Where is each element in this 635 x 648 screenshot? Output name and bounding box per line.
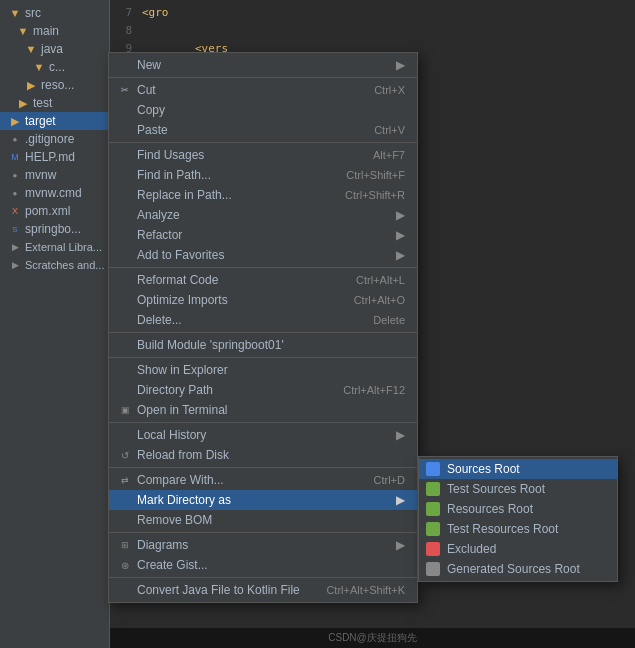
submenu-label: Generated Sources Root xyxy=(447,562,580,576)
tree-mvnw-cmd[interactable]: ● mvnw.cmd xyxy=(0,184,109,202)
menu-add-to-favorites[interactable]: Add to Favorites ▶ xyxy=(109,245,417,265)
submenu-generated-sources[interactable]: Generated Sources Root xyxy=(419,559,617,579)
separator xyxy=(109,577,417,578)
tree-src[interactable]: ▼ src xyxy=(0,4,109,22)
tree-target[interactable]: ▶ target xyxy=(0,112,109,130)
folder-icon: ▶ xyxy=(24,78,38,92)
separator xyxy=(109,142,417,143)
separator xyxy=(109,532,417,533)
menu-create-gist[interactable]: ⊛ Create Gist... xyxy=(109,555,417,575)
tree-label: Scratches and... xyxy=(25,259,105,271)
menu-open-terminal[interactable]: ▣ Open in Terminal xyxy=(109,400,417,420)
tree-label: pom.xml xyxy=(25,204,70,218)
tree-gitignore[interactable]: ● .gitignore xyxy=(0,130,109,148)
menu-compare-with[interactable]: ⇄ Compare With... Ctrl+D xyxy=(109,470,417,490)
xml-icon: X xyxy=(8,204,22,218)
menu-reload-from-disk[interactable]: ↺ Reload from Disk xyxy=(109,445,417,465)
sources-root-icon xyxy=(425,462,441,476)
tree-label: .gitignore xyxy=(25,132,74,146)
diagrams-icon: ⊞ xyxy=(117,537,133,553)
submenu-excluded[interactable]: Excluded xyxy=(419,539,617,559)
folder-icon: ▼ xyxy=(8,6,22,20)
menu-diagrams[interactable]: ⊞ Diagrams ▶ xyxy=(109,535,417,555)
submenu-label: Excluded xyxy=(447,542,496,556)
submenu-label: Sources Root xyxy=(447,462,520,476)
menu-reformat[interactable]: Reformat Code Ctrl+Alt+L xyxy=(109,270,417,290)
file-icon: ● xyxy=(8,132,22,146)
menu-delete[interactable]: Delete... Delete xyxy=(109,310,417,330)
folder-icon: ▶ xyxy=(8,240,22,254)
tree-resources[interactable]: ▶ reso... xyxy=(0,76,109,94)
submenu-label: Test Resources Root xyxy=(447,522,558,536)
tree-external-libs[interactable]: ▶ External Libra... xyxy=(0,238,109,256)
tree-springboot[interactable]: S springbo... xyxy=(0,220,109,238)
menu-directory-path[interactable]: Directory Path Ctrl+Alt+F12 xyxy=(109,380,417,400)
menu-optimize-imports[interactable]: Optimize Imports Ctrl+Alt+O xyxy=(109,290,417,310)
tree-mvnw[interactable]: ● mvnw xyxy=(0,166,109,184)
tree-label: main xyxy=(33,24,59,38)
file-icon: ● xyxy=(8,186,22,200)
submenu-test-sources-root[interactable]: Test Sources Root xyxy=(419,479,617,499)
tree-label: HELP.md xyxy=(25,150,75,164)
file-icon: M xyxy=(8,150,22,164)
separator xyxy=(109,467,417,468)
terminal-icon: ▣ xyxy=(117,402,133,418)
tree-scratches[interactable]: ▶ Scratches and... xyxy=(0,256,109,274)
tree-help[interactable]: M HELP.md xyxy=(0,148,109,166)
menu-find-in-path[interactable]: Find in Path... Ctrl+Shift+F xyxy=(109,165,417,185)
menu-remove-bom[interactable]: Remove BOM xyxy=(109,510,417,530)
github-icon: ⊛ xyxy=(117,557,133,573)
resources-icon xyxy=(425,502,441,516)
tree-test[interactable]: ▶ test xyxy=(0,94,109,112)
submenu-sources-root[interactable]: Sources Root xyxy=(419,459,617,479)
menu-new[interactable]: New ▶ xyxy=(109,55,417,75)
submenu-test-resources-root[interactable]: Test Resources Root xyxy=(419,519,617,539)
menu-replace-in-path[interactable]: Replace in Path... Ctrl+Shift+R xyxy=(109,185,417,205)
folder-icon: ▶ xyxy=(16,96,30,110)
folder-icon: ▼ xyxy=(24,42,38,56)
test-resources-icon xyxy=(425,522,441,536)
tree-java[interactable]: ▼ java xyxy=(0,40,109,58)
menu-build-module[interactable]: Build Module 'springboot01' xyxy=(109,335,417,355)
mark-directory-submenu: Sources Root Test Sources Root Resources… xyxy=(418,456,618,582)
file-icon: ● xyxy=(8,168,22,182)
menu-refactor[interactable]: Refactor ▶ xyxy=(109,225,417,245)
cut-icon: ✂ xyxy=(117,82,133,98)
tree-label: mvnw xyxy=(25,168,56,182)
folder-icon: ▶ xyxy=(8,114,22,128)
submenu-label: Test Sources Root xyxy=(447,482,545,496)
tree-label: target xyxy=(25,114,56,128)
menu-mark-directory[interactable]: Mark Directory as ▶ xyxy=(109,490,417,510)
menu-paste[interactable]: Paste Ctrl+V xyxy=(109,120,417,140)
menu-copy[interactable]: Copy xyxy=(109,100,417,120)
context-menu: New ▶ ✂ Cut Ctrl+X Copy Paste Ctrl+V Fin… xyxy=(108,52,418,603)
file-tree: ▼ src ▼ main ▼ java ▼ c... ▶ reso... ▶ t… xyxy=(0,0,110,648)
tree-label: springbo... xyxy=(25,222,81,236)
menu-find-usages[interactable]: Find Usages Alt+F7 xyxy=(109,145,417,165)
menu-analyze[interactable]: Analyze ▶ xyxy=(109,205,417,225)
tree-com[interactable]: ▼ c... xyxy=(0,58,109,76)
generated-icon xyxy=(425,562,441,576)
tree-label: test xyxy=(33,96,52,110)
tree-main[interactable]: ▼ main xyxy=(0,22,109,40)
separator xyxy=(109,77,417,78)
tree-label: c... xyxy=(49,60,65,74)
tree-pom[interactable]: X pom.xml xyxy=(0,202,109,220)
watermark-text: CSDN@庆提扭狗先 xyxy=(328,631,417,645)
separator xyxy=(109,267,417,268)
file-icon: S xyxy=(8,222,22,236)
separator xyxy=(109,357,417,358)
folder-icon: ▶ xyxy=(8,258,22,272)
tree-label: External Libra... xyxy=(25,241,102,253)
excluded-icon xyxy=(425,542,441,556)
tree-label: java xyxy=(41,42,63,56)
submenu-resources-root[interactable]: Resources Root xyxy=(419,499,617,519)
menu-convert-kotlin[interactable]: Convert Java File to Kotlin File Ctrl+Al… xyxy=(109,580,417,600)
menu-show-explorer[interactable]: Show in Explorer xyxy=(109,360,417,380)
separator xyxy=(109,332,417,333)
compare-icon: ⇄ xyxy=(117,472,133,488)
menu-cut[interactable]: ✂ Cut Ctrl+X xyxy=(109,80,417,100)
menu-local-history[interactable]: Local History ▶ xyxy=(109,425,417,445)
test-sources-icon xyxy=(425,482,441,496)
watermark: CSDN@庆提扭狗先 xyxy=(110,628,635,648)
